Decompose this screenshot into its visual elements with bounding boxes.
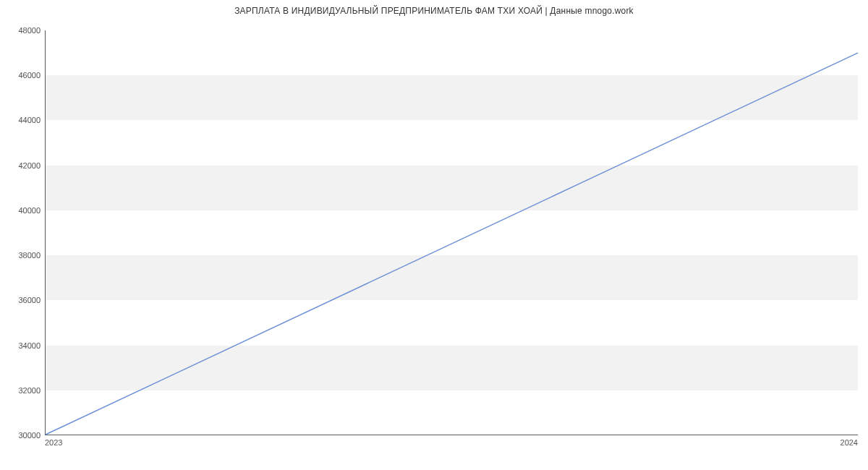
y-tick-label: 32000 — [4, 386, 41, 395]
x-tick-label: 2023 — [45, 438, 62, 447]
y-tick-label: 30000 — [4, 431, 41, 440]
series-line — [46, 53, 858, 435]
y-tick-label: 34000 — [4, 341, 41, 350]
line-series — [46, 30, 858, 435]
y-tick-label: 40000 — [4, 206, 41, 215]
chart-title: ЗАРПЛАТА В ИНДИВИДУАЛЬНЫЙ ПРЕДПРИНИМАТЕЛ… — [0, 6, 868, 16]
y-tick-label: 46000 — [4, 71, 41, 80]
plot-area — [45, 30, 858, 435]
y-tick-label: 48000 — [4, 26, 41, 35]
y-tick-label: 38000 — [4, 251, 41, 260]
y-tick-label: 42000 — [4, 161, 41, 170]
y-tick-label: 44000 — [4, 116, 41, 124]
x-tick-label: 2024 — [841, 438, 858, 447]
y-tick-label: 36000 — [4, 296, 41, 304]
chart-container: ЗАРПЛАТА В ИНДИВИДУАЛЬНЫЙ ПРЕДПРИНИМАТЕЛ… — [0, 0, 868, 470]
